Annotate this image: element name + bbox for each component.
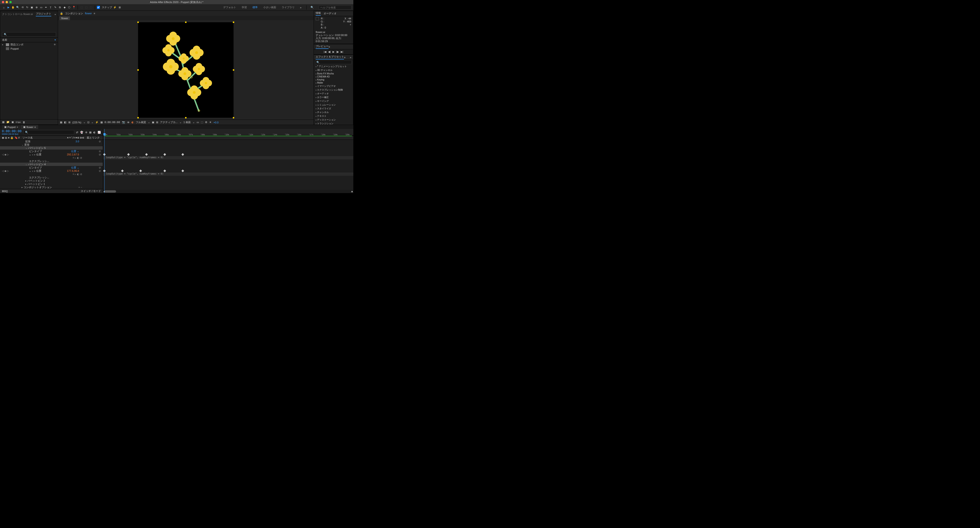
timeline-graph[interactable]: loopOut(type = "cycle", numKeyframes = 0… <box>103 140 353 190</box>
graph-row[interactable] <box>103 140 353 143</box>
lock-icon[interactable]: 🔒 <box>60 12 63 15</box>
pan-behind-tool-icon[interactable]: ⊕ <box>35 6 38 10</box>
timeline-row[interactable]: = ▹ ◐ ⊘ <box>0 172 103 176</box>
graph-row[interactable] <box>103 143 353 146</box>
exposure-icon[interactable]: ☀ <box>209 121 212 124</box>
composition-viewer[interactable] <box>58 20 313 119</box>
graph-row[interactable]: loopOut(type = "cycle", numKeyframes = 0… <box>103 172 353 176</box>
exposure-value[interactable]: +0.0 <box>213 121 218 124</box>
show-snapshot-icon[interactable]: 👁 <box>127 121 130 124</box>
project-search-input[interactable] <box>2 32 56 37</box>
graph-row[interactable] <box>103 146 353 149</box>
axis-world-icon[interactable]: ⬚ <box>84 6 88 10</box>
av-column[interactable]: ◉ ◍ ● 🔒 <box>2 136 14 139</box>
hand-tool-icon[interactable]: ✋ <box>11 6 15 10</box>
source-column[interactable]: ソース名 <box>22 136 66 140</box>
mask-icon[interactable]: ▦ <box>60 121 62 124</box>
orbit-tool-icon[interactable]: ⟲ <box>21 6 24 10</box>
workspace-learn[interactable]: 学習 <box>240 5 248 10</box>
renderer-icon[interactable]: ⚙ <box>205 121 207 124</box>
effect-category[interactable]: 3D チャンネル <box>314 68 353 72</box>
effect-category[interactable]: シミュレーション <box>314 103 353 107</box>
resolution-dropdown[interactable]: フル画質 <box>136 121 146 124</box>
type-tool-icon[interactable]: T <box>49 6 52 10</box>
tl-filter-icon[interactable]: ⇄ <box>76 131 78 134</box>
rotate-tool-icon[interactable]: ↻ <box>25 6 29 10</box>
zoom-level[interactable]: (225 %) <box>72 121 81 124</box>
minimize-window-button[interactable] <box>6 1 8 3</box>
tl-shy-icon[interactable]: 👻 <box>80 131 83 134</box>
effects-overflow-icon[interactable]: » <box>350 56 351 59</box>
puppet-tool-icon[interactable]: 📍 <box>72 6 76 10</box>
graph-row[interactable] <box>103 179 353 182</box>
timeline-row[interactable]: ⌄ パペットピン 5 <box>0 146 103 149</box>
tl-frame-blend-icon[interactable]: ▦ <box>89 131 92 134</box>
timeline-row[interactable]: ⌄ 変形 <box>0 143 103 146</box>
effect-category[interactable]: オーディオ <box>314 92 353 95</box>
tl-mb-icon[interactable]: ◐ <box>93 131 96 134</box>
keyframe-icon[interactable] <box>163 153 166 156</box>
res-icon[interactable]: ⊡ <box>87 121 89 124</box>
switches-column[interactable]: ♣ ☀ ╲ fx ■ ◐ ◑ ◐ <box>67 137 86 139</box>
graph-row[interactable] <box>103 186 353 189</box>
snapshot-icon[interactable]: 📷 <box>122 121 125 124</box>
keyframe-icon[interactable] <box>121 169 124 172</box>
effect-category[interactable]: イマーシブビデオ <box>314 84 353 88</box>
prev-frame-icon[interactable]: ◀| <box>328 50 331 53</box>
project-item-folder[interactable]: ▸ 部品コンポ ⚛ <box>0 42 58 47</box>
px-aspect-icon[interactable]: ▭ <box>197 121 199 124</box>
shape-tool-icon[interactable]: ▭ <box>39 6 43 10</box>
graph-row[interactable] <box>103 176 353 179</box>
new-comp-icon[interactable]: ▣ <box>11 121 14 124</box>
effects-search-input[interactable] <box>315 60 352 64</box>
keyframe-icon[interactable] <box>145 153 148 156</box>
viewer-timecode[interactable]: 0:00:00:00 <box>105 121 120 124</box>
sort-icon[interactable]: ▾ <box>54 38 56 41</box>
home-icon[interactable]: ⌂ <box>2 6 6 10</box>
fast-preview-icon[interactable]: ⚡ <box>95 121 99 124</box>
parent-column[interactable]: 親とリンク <box>87 136 101 140</box>
effects-tab[interactable]: エフェクト＆プリセット <box>316 55 344 59</box>
audio-tab[interactable]: オーディオ <box>324 12 337 15</box>
pen-tool-icon[interactable]: ✒ <box>44 6 48 10</box>
toggle-alpha-icon[interactable]: ◧ <box>64 121 67 124</box>
toggle-modes-icon[interactable]: ⊟ <box>4 189 6 192</box>
comp-breadcrumb[interactable]: flower <box>59 16 70 20</box>
effect-category[interactable]: エクスプレッション制御 <box>314 88 353 92</box>
view-dropdown[interactable]: アクティブカ... <box>160 121 178 124</box>
label-column[interactable]: 🔖 <box>14 136 18 139</box>
effect-category[interactable]: テキスト <box>314 114 353 118</box>
work-area-bar[interactable] <box>104 135 352 137</box>
graph-row[interactable] <box>103 153 353 156</box>
panel-overflow-icon[interactable]: » <box>54 13 56 16</box>
graph-row[interactable] <box>103 169 353 172</box>
timeline-row[interactable]: ▸ パペットピン 1 <box>0 182 103 186</box>
play-icon[interactable]: ▶ <box>332 50 334 53</box>
last-frame-icon[interactable]: ▶| <box>341 50 343 53</box>
brace-icon[interactable]: {} <box>6 190 8 192</box>
trash-icon[interactable]: 🗑 <box>23 121 25 124</box>
close-window-button[interactable] <box>2 1 4 3</box>
timeline-tab-flower[interactable]: ▣ flower ≡ <box>21 125 38 129</box>
expression-text[interactable]: loopOut(type = "cycle", numKeyframes = 0… <box>106 172 164 175</box>
first-frame-icon[interactable]: |◀ <box>324 50 326 53</box>
draft3d-icon[interactable]: ⬚ <box>201 121 203 124</box>
graph-row[interactable]: loopOut(type = "cycle", numKeyframes = 0… <box>103 156 353 159</box>
axis-local-icon[interactable]: ⬚ <box>80 6 84 10</box>
brush-tool-icon[interactable]: ✎ <box>53 6 57 10</box>
timeline-row[interactable]: ⌄ パペットピン 4 <box>0 163 103 166</box>
switches-modes-toggle[interactable]: スイッチ / モード <box>81 189 101 193</box>
effect-category[interactable]: Matte <box>314 81 353 84</box>
toggle-switches-icon[interactable]: ⊞ <box>2 189 4 192</box>
zoom-thumb[interactable] <box>104 190 116 192</box>
effect-category[interactable]: * アニメーションプリセット <box>314 65 353 68</box>
keyframe-icon[interactable] <box>127 153 130 156</box>
effect-category[interactable]: チャンネル <box>314 110 353 114</box>
new-folder-icon[interactable]: 📁 <box>6 121 10 124</box>
eraser-tool-icon[interactable]: ◆ <box>63 6 67 10</box>
help-search-input[interactable] <box>319 5 352 10</box>
roto-tool-icon[interactable]: ⬡ <box>67 6 71 10</box>
timeline-row[interactable]: ▸ パペットピン 2 <box>0 179 103 182</box>
expression-text[interactable]: loopOut(type = "cycle", numKeyframes = 0… <box>106 156 164 159</box>
project-tab[interactable]: プロジェクト <box>36 12 51 16</box>
